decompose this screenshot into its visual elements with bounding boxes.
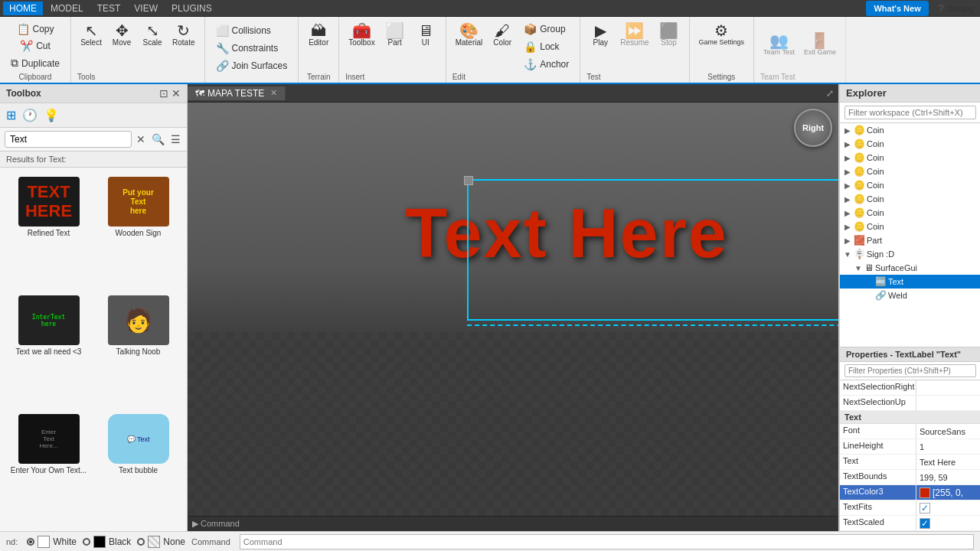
tree-expand-coin7[interactable]: ▶ [843,209,852,217]
material-button[interactable]: 🎨 Material [452,21,486,48]
clear-search-icon[interactable]: ✕ [135,132,147,147]
scale-button[interactable]: ⤡ Scale [139,21,166,48]
tree-item-coin6[interactable]: ▶🪙Coin [840,192,980,206]
list-item[interactable]: EnterTextHere... Enter Your Own Text... [6,411,91,525]
terrain-editor-button[interactable]: 🏔 Editor [305,21,332,48]
prop-row-font[interactable]: FontSourceSans [840,424,980,439]
color-button[interactable]: 🖌 Color [488,21,516,48]
tree-item-coin5[interactable]: ▶🪙Coin [840,178,980,192]
prop-value-text[interactable]: 199, 59 [916,470,980,484]
prop-row-nextselectionright[interactable]: NextSelectionRight [840,380,980,396]
help-icon[interactable]: ? [938,2,944,15]
rotate-button[interactable]: ↻ Rotate [169,21,198,48]
game-settings-button[interactable]: ⚙ Game Settings [696,21,748,47]
resume-button[interactable]: ⏩ Resume [617,21,652,48]
prop-row-nextselectionup[interactable]: NextSelectionUp [840,396,980,411]
prop-row-textcolor3[interactable]: TextColor3[255, 0, [840,485,980,500]
bg-none-option[interactable]: None [137,536,185,548]
checkbox[interactable] [920,518,930,529]
bg-black-option[interactable]: Black [83,536,131,548]
prop-value-text[interactable]: Text Here [916,455,980,469]
lock-button[interactable]: 🔒 Lock [519,39,573,54]
team-test-button[interactable]: 👥 Team Test [760,31,798,57]
toolbox-restore-icon[interactable]: ⊡ [159,87,168,99]
black-radio[interactable] [83,538,90,546]
list-item[interactable]: Put yourTexthere Wooden Sign [96,174,181,288]
group-button[interactable]: 📦 Group [519,21,573,37]
duplicate-button[interactable]: ⧉ Duplicate [6,55,64,71]
toolbox-recent-icon[interactable]: 🕐 [22,108,38,122]
tree-expand-part1[interactable]: ▶ [843,236,852,245]
none-radio[interactable] [137,538,145,546]
tree-expand-coin4[interactable]: ▶ [843,168,852,176]
move-button[interactable]: ✥ Move [108,21,136,48]
tree-item-coin7[interactable]: ▶🪙Coin [840,206,980,220]
viewport-tab[interactable]: 🗺 MAPA TESTE ✕ [188,86,286,100]
exit-game-button[interactable]: 🚪 Exit Game [801,31,839,57]
menu-home[interactable]: HOME [3,2,43,15]
toolbox-close-icon[interactable]: ✕ [172,87,181,99]
prop-value-text[interactable] [916,396,980,410]
prop-value[interactable] [916,500,980,515]
anchor-button[interactable]: ⚓ Anchor [519,57,573,72]
stop-button[interactable]: ⬛ Stop [655,21,683,48]
prop-value[interactable] [916,516,980,530]
tree-expand-coin6[interactable]: ▶ [843,195,852,204]
prop-value-text[interactable]: SourceSans [916,424,980,439]
toolbox-button[interactable]: 🧰 Toolbox [345,21,377,48]
tree-item-coin2[interactable]: ▶🪙Coin [840,137,980,151]
tree-expand-surfacegui[interactable]: ▼ [854,264,863,272]
tab-close-icon[interactable]: ✕ [270,88,277,98]
viewport[interactable]: 🗺 MAPA TESTE ✕ ⤢ Text Here Right ▶ Comma… [188,84,838,531]
tree-item-weld[interactable]: 🔗Weld [840,289,980,302]
collisions-button[interactable]: ⬜ Collisions [211,23,276,38]
tree-expand-coin8[interactable]: ▶ [843,223,852,231]
tree-item-coin8[interactable]: ▶🪙Coin [840,220,980,233]
prop-value[interactable]: [255, 0, [916,485,980,500]
tree-item-coin3[interactable]: ▶🪙Coin [840,151,980,165]
tree-item-text[interactable]: 🔤Text [840,275,980,289]
white-radio[interactable] [27,538,34,546]
bg-white-option[interactable]: White [27,536,77,548]
prop-row-textscaled[interactable]: TextScaled [840,516,980,531]
prop-row-lineheight[interactable]: LineHeight1 [840,439,980,455]
tree-expand-coin2[interactable]: ▶ [843,140,852,148]
tree-item-part1[interactable]: ▶🧱Part [840,233,980,247]
menu-model[interactable]: MODEL [44,2,90,15]
prop-row-textbounds[interactable]: TextBounds199, 59 [840,470,980,485]
copy-button[interactable]: 📋 Copy [12,21,59,37]
cut-button[interactable]: ✂️ Cut [15,38,55,54]
list-item[interactable]: TEXTHERE Refined Text [6,174,91,288]
checkbox[interactable] [920,503,930,514]
prop-value-text[interactable]: 1 [916,439,980,454]
whats-new-button[interactable]: What's New [866,1,928,16]
user-label[interactable]: chrispg [947,4,974,13]
play-button[interactable]: ▶ Play [586,21,614,48]
prop-row-textfits[interactable]: TextFits [840,500,980,516]
tree-expand-coin3[interactable]: ▶ [843,154,852,162]
tree-item-coin1[interactable]: ▶🪙Coin [840,123,980,137]
explorer-filter-input[interactable] [844,106,976,119]
select-button[interactable]: ↖ Select [77,21,105,48]
search-input[interactable] [5,131,132,148]
tree-expand-sign[interactable]: ▼ [843,250,852,259]
ui-button[interactable]: 🖥 UI [412,21,439,48]
menu-view[interactable]: VIEW [128,2,164,15]
tree-item-coin4[interactable]: ▶🪙Coin [840,165,980,178]
search-icon[interactable]: 🔍 [150,132,166,147]
command-input[interactable] [240,534,974,549]
tree-item-sign[interactable]: ▼🪧Sign :D [840,247,980,261]
tree-item-surfacegui[interactable]: ▼🖥SurfaceGui [840,261,980,275]
list-item[interactable]: 💬 Text Text bubble [96,411,181,525]
tree-expand-coin1[interactable]: ▶ [843,126,852,135]
prop-row-text[interactable]: TextText Here [840,455,980,470]
prop-value-text[interactable] [916,380,980,395]
toolbox-grid-icon[interactable]: ⊞ [6,108,16,122]
part-button[interactable]: ⬜ Part [381,21,409,48]
properties-filter-input[interactable] [844,364,976,377]
list-item[interactable]: 🧑 Talking Noob [96,292,181,406]
filter-icon[interactable]: ☰ [169,132,182,147]
toolbox-lamp-icon[interactable]: 💡 [44,108,59,122]
viewport-expand-icon[interactable]: ⤢ [822,86,838,100]
join-surfaces-button[interactable]: 🔗 Join Surfaces [211,58,292,73]
